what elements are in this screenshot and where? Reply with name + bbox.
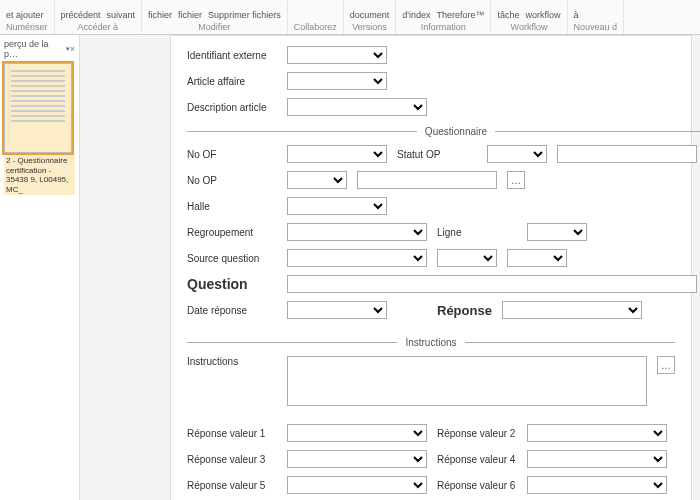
statut-op-select[interactable] xyxy=(487,145,547,163)
ribbon-action[interactable]: fichier xyxy=(178,10,202,20)
instructions-fieldset: Instructions Instructions … xyxy=(187,337,675,414)
source-question-select-2[interactable] xyxy=(437,249,497,267)
form-scroll[interactable]: Identifiant externe Article affaire Desc… xyxy=(80,35,700,500)
ribbon-action[interactable]: tâche xyxy=(497,10,519,20)
no-of-label: No OF xyxy=(187,149,277,160)
ribbon-group-label: Modifier xyxy=(148,22,281,32)
date-reponse-select[interactable] xyxy=(287,301,387,319)
thumbnail-panel: perçu de la p… ▾ × 2 - Questionnaire cer… xyxy=(0,35,80,500)
rv2-select[interactable] xyxy=(527,424,667,442)
no-of-select[interactable] xyxy=(287,145,387,163)
source-question-select-1[interactable] xyxy=(287,249,427,267)
ribbon-group-label: Numériser xyxy=(6,22,48,32)
rv4-select[interactable] xyxy=(527,450,667,468)
source-question-label: Source question xyxy=(187,253,277,264)
reponse-select[interactable] xyxy=(502,301,642,319)
ribbon-group: fichierfichierSupprimer fichiersModifier xyxy=(142,0,288,34)
ribbon-group: àNouveau d xyxy=(568,0,625,34)
thumb-preview-lines xyxy=(11,70,65,146)
no-op-text[interactable] xyxy=(357,171,497,189)
ligne-select[interactable] xyxy=(527,223,587,241)
ribbon-group: tâcheworkflowWorkflow xyxy=(491,0,567,34)
ribbon-group-label: Workflow xyxy=(497,22,560,32)
rv3-select[interactable] xyxy=(287,450,427,468)
rv5-label: Réponse valeur 5 xyxy=(187,480,277,491)
rv6-select[interactable] xyxy=(527,476,667,494)
identifiant-externe-label: Identifiant externe xyxy=(187,50,277,61)
instructions-legend: Instructions xyxy=(397,337,464,348)
no-op-label: No OP xyxy=(187,175,277,186)
rv5-select[interactable] xyxy=(287,476,427,494)
ribbon-action[interactable]: et ajouter xyxy=(6,10,44,20)
main-area: perçu de la p… ▾ × 2 - Questionnaire cer… xyxy=(0,35,700,500)
instructions-textarea[interactable] xyxy=(287,356,647,406)
statut-op-label: Statut OP xyxy=(397,149,477,160)
ribbon-group-label: Information xyxy=(402,22,484,32)
article-affaire-select[interactable] xyxy=(287,72,387,90)
article-affaire-label: Article affaire xyxy=(187,76,277,87)
description-article-label: Description article xyxy=(187,102,277,113)
ribbon-group-label: Collaborez xyxy=(294,22,337,32)
close-icon[interactable]: × xyxy=(70,44,75,54)
ribbon-action[interactable]: document xyxy=(350,10,390,20)
regroupement-label: Regroupement xyxy=(187,227,277,238)
identifiant-externe-select[interactable] xyxy=(287,46,387,64)
page-thumbnail[interactable] xyxy=(4,63,72,153)
ribbon-group: précédentsuivantAccéder à xyxy=(55,0,143,34)
question-input[interactable] xyxy=(287,275,697,293)
question-label: Question xyxy=(187,276,277,292)
regroupement-select[interactable] xyxy=(287,223,427,241)
ribbon-group: et ajouterNumériser xyxy=(0,0,55,34)
rv1-select[interactable] xyxy=(287,424,427,442)
rv1-label: Réponse valeur 1 xyxy=(187,428,277,439)
ribbon-action[interactable]: à xyxy=(574,10,579,20)
thumbnail-panel-label: perçu de la p… xyxy=(4,39,64,59)
ribbon-group: d'indexTherefore™Information xyxy=(396,0,491,34)
thumbnail-caption: 2 - Questionnaire certification - 35438 … xyxy=(4,155,75,195)
no-op-lookup-button[interactable]: … xyxy=(507,171,525,189)
instructions-lookup-button[interactable]: … xyxy=(657,356,675,374)
questionnaire-fieldset: Questionnaire No OF Statut OP … No OP … xyxy=(187,126,700,327)
rv2-label: Réponse valeur 2 xyxy=(437,428,517,439)
ligne-label: Ligne xyxy=(437,227,517,238)
index-form: Identifiant externe Article affaire Desc… xyxy=(170,35,692,500)
description-article-select[interactable] xyxy=(287,98,427,116)
ribbon-action[interactable]: Therefore™ xyxy=(436,10,484,20)
ribbon-action[interactable]: fichier xyxy=(148,10,172,20)
ribbon-action[interactable]: d'index xyxy=(402,10,430,20)
rv3-label: Réponse valeur 3 xyxy=(187,454,277,465)
ribbon-group: Collaborez xyxy=(288,0,344,34)
halle-label: Halle xyxy=(187,201,277,212)
statut-op-text[interactable] xyxy=(557,145,697,163)
questionnaire-legend: Questionnaire xyxy=(417,126,495,137)
ribbon-group: documentVersions xyxy=(344,0,397,34)
no-op-select[interactable] xyxy=(287,171,347,189)
date-reponse-label: Date réponse xyxy=(187,305,277,316)
thumbnail-panel-title: perçu de la p… ▾ × xyxy=(4,39,75,59)
ribbon-group-label: Accéder à xyxy=(61,22,136,32)
instructions-label: Instructions xyxy=(187,356,277,367)
source-question-select-3[interactable] xyxy=(507,249,567,267)
ribbon-group-label: Versions xyxy=(350,22,390,32)
reponse-label: Réponse xyxy=(437,303,492,318)
ribbon-action[interactable]: workflow xyxy=(526,10,561,20)
halle-select[interactable] xyxy=(287,197,387,215)
ribbon-action[interactable]: Supprimer fichiers xyxy=(208,10,281,20)
ribbon-action[interactable]: précédent xyxy=(61,10,101,20)
ribbon-group-label: Nouveau d xyxy=(574,22,618,32)
ribbon-action[interactable]: suivant xyxy=(107,10,136,20)
rv4-label: Réponse valeur 4 xyxy=(437,454,517,465)
ribbon: et ajouterNumériserprécédentsuivantAccéd… xyxy=(0,0,700,35)
rv6-label: Réponse valeur 6 xyxy=(437,480,517,491)
